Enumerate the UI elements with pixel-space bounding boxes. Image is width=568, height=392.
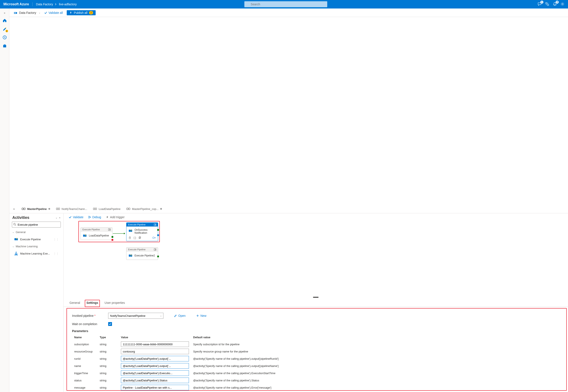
activities-search-input[interactable] [12,222,61,227]
expand-rail-icon[interactable]: » [2,10,7,16]
popout-icon[interactable] [108,228,111,231]
param-default: @activity('Specify name of the calling p… [193,372,561,375]
param-name: resourceGroup [72,350,100,353]
collapse-icon[interactable]: ⌄ [56,216,57,219]
success-connector[interactable] [112,236,113,238]
search-input[interactable] [244,1,327,7]
breadcrumb-leaf[interactable]: live-adfactory [59,2,76,6]
activity-item[interactable]: Execute Pipeline⋮⋮ [12,235,61,243]
factory-label: Data Factory [19,11,36,14]
popout-icon[interactable] [154,224,156,226]
add-trigger-button[interactable]: Add trigger [106,215,125,219]
svg-rect-3 [547,4,549,5]
publish-count: 2 [89,11,93,14]
tab-label: NotifyTeamsChann... [62,207,87,210]
rail-author[interactable]: 2 [1,25,9,33]
param-value-input[interactable] [121,363,189,369]
validate-button[interactable]: Validate [69,215,84,219]
open-button[interactable]: Open [174,314,185,317]
param-default: Specify resource group name for the pipe… [193,350,561,353]
rail-monitor[interactable] [1,34,9,41]
braces-icon[interactable]: { } [134,236,136,239]
tab-general[interactable]: General [69,300,81,307]
activity-node-loaddatapipeline[interactable]: Execute Pipeline LoadDataPipeline [81,227,113,240]
debug-button[interactable]: Debug [88,215,101,219]
completion-connector[interactable] [157,234,159,236]
chevron-down-icon: ⌄ [12,245,14,248]
param-value-input[interactable] [121,370,189,376]
param-value-input[interactable] [121,378,189,383]
grip-icon: ⋮⋮ [53,252,59,255]
activity-group-header[interactable]: ⌄General [9,230,63,235]
new-button[interactable]: New [196,314,206,317]
svg-rect-28 [129,230,130,232]
svg-rect-8 [14,13,15,13]
svg-rect-31 [139,237,140,238]
node-type-label: Execute Pipeline [83,228,100,231]
panel-resizer[interactable] [64,296,568,298]
tab-settings[interactable]: Settings [85,300,100,307]
pipeline-tab[interactable]: MasterPipeline_cop... [124,204,165,213]
factory-dropdown[interactable]: Data Factory ⌄ [14,11,40,15]
activity-group-header[interactable]: ⌄Machine Learning [9,244,63,249]
collapse-activities-icon[interactable]: » [9,204,19,213]
pipeline-tab[interactable]: MasterPipeline [19,204,53,213]
notifications-icon[interactable]: 8 [553,2,557,7]
param-value-input[interactable] [121,385,189,390]
validate-all-button[interactable]: Validate all [44,11,63,14]
copy-icon[interactable] [139,237,141,239]
invoked-pipeline-select[interactable] [108,313,163,319]
delete-icon[interactable] [128,237,131,239]
param-type: string [100,350,121,353]
tab-label: MasterPipeline [27,207,47,210]
svg-rect-13 [58,208,60,210]
param-value-input[interactable] [121,356,189,361]
success-connector[interactable] [157,229,159,231]
activity-label: Machine Learning Exe... [20,252,50,255]
param-value-input[interactable] [121,349,189,354]
svg-rect-9 [15,13,16,13]
svg-rect-24 [83,235,85,237]
param-default: @activity('Specify name of the calling p… [193,386,561,389]
hide-panel-icon[interactable]: « [59,216,60,219]
param-row: subscription string Specify subscription… [72,341,561,348]
svg-rect-14 [93,208,95,210]
node-name-line2: Notification [135,231,147,234]
settings-icon[interactable] [560,2,565,7]
failure-connector[interactable] [112,239,113,241]
param-default: Specify subscription id for the pipeline [193,343,561,346]
feedback-icon[interactable] [545,2,549,7]
param-name: runId [72,357,100,360]
activities-title: Activities [12,215,29,220]
param-type: string [100,343,121,346]
parameters-heading: Parameters [72,329,561,333]
rail-manage[interactable] [1,42,9,50]
chat-icon[interactable]: 1 [537,2,542,7]
activity-node-onsuccess[interactable]: Execute Pipeline OnSuccess Notification [126,223,158,241]
pipeline-icon [93,207,97,210]
arrow-right-icon[interactable] [152,237,156,239]
breadcrumb-root[interactable]: Data Factory [36,2,53,6]
activity-item[interactable]: Machine Learning Exe...⋮⋮ [12,250,61,257]
wait-completion-checkbox[interactable] [108,322,112,326]
param-value-input[interactable] [121,341,189,347]
global-search [244,1,327,7]
popout-icon[interactable] [154,248,156,251]
pipeline-tab[interactable]: NotifyTeamsChann... [53,204,90,213]
svg-rect-32 [139,237,141,238]
settings-panel: Invoked pipeline * ⌄ Open [67,308,567,391]
pencil-icon [174,314,177,317]
activity-node-executepipeline2[interactable]: Execute Pipeline Execute Pipeline2 [126,247,158,260]
pipeline-canvas[interactable]: Execute Pipeline LoadDataPipeline [64,221,568,296]
success-connector[interactable] [157,256,159,257]
debug-label: Debug [92,215,101,219]
rail-home[interactable] [1,16,9,24]
pipeline-tab[interactable]: LoadDataPipeline [90,204,124,213]
left-rail: » 2 [0,9,9,392]
publish-all-button[interactable]: Publish all 2 [67,10,96,15]
add-trigger-label: Add trigger [110,215,125,219]
svg-point-4 [562,3,563,5]
brand[interactable]: Microsoft Azure [3,2,32,6]
node-name: Execute Pipeline2 [135,254,155,257]
tab-user-properties[interactable]: User properties [104,300,126,307]
